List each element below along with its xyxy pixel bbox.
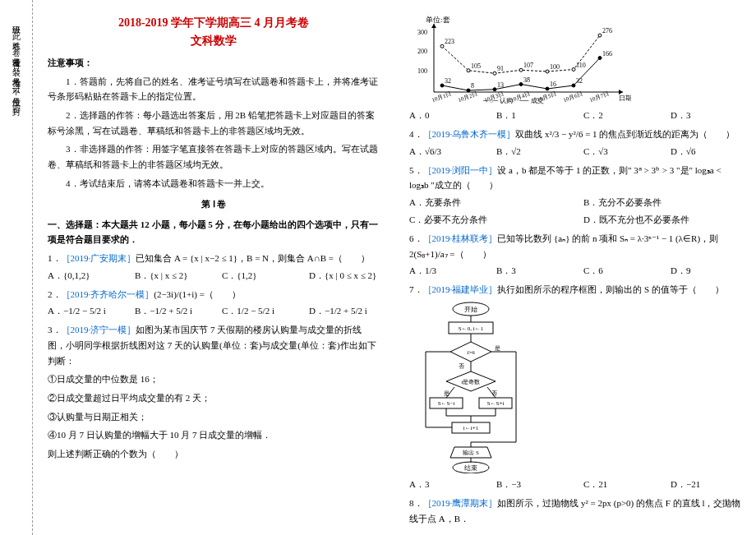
svg-point-9 xyxy=(467,69,470,72)
svg-text:276: 276 xyxy=(602,27,612,35)
svg-text:105: 105 xyxy=(471,62,481,70)
svg-text:输出 S: 输出 S xyxy=(463,450,479,456)
svg-text:是: 是 xyxy=(444,390,449,397)
q2-c: C．1/2 − 5/2 i xyxy=(222,305,293,317)
binding-margin: 班级 此 姓名 卷 准考证号 只 装 考场号 订 不 座位号 密 封 xyxy=(0,0,33,535)
svg-text:10月6日: 10月6日 xyxy=(562,90,583,104)
svg-text:结束: 结束 xyxy=(464,464,477,472)
q3-source: ［2019·济宁一模］ xyxy=(62,325,136,334)
ylabel: 单位:套 xyxy=(426,16,450,24)
notice-1: 1．答题前，先将自己的姓名、准考证号填写在试题卷和答题卡上，并将准考证号条形码粘… xyxy=(48,74,380,104)
q7-d: D．−21 xyxy=(671,478,741,491)
svg-text:开始: 开始 xyxy=(464,306,477,313)
q1-c: C．{1,2} xyxy=(222,270,293,282)
q7-source: ［2019·福建毕业］ xyxy=(423,284,498,294)
q5-options-ab: A．充要条件B．充分不必要条件 xyxy=(409,196,741,209)
q3o-b: B．1 xyxy=(496,109,567,122)
q2-options: A．−1/2 − 5/2 iB．−1/2 + 5/2 iC．1/2 − 5/2 … xyxy=(48,305,380,317)
svg-text:10月1日: 10月1日 xyxy=(431,90,452,104)
q3-s3: ③认购量与日期正相关； xyxy=(48,409,380,425)
q7-b: B．−3 xyxy=(496,478,567,491)
q4-options: A．√6/3B．√2C．√3D．√6 xyxy=(409,145,741,158)
q3o-d: D．3 xyxy=(671,109,741,122)
q3-s2: ②日成交量超过日平均成交量的有 2 天； xyxy=(48,390,380,406)
q6-source: ［2019·桂林联考］ xyxy=(423,233,498,243)
q3-s5: 则上述判断正确的个数为（ ） xyxy=(48,446,380,462)
q5-a: A．充要条件 xyxy=(409,196,567,209)
q4-d: D．√6 xyxy=(671,145,741,158)
q1-options: A．{0,1,2}B．{x | x ≤ 2}C．{1,2}D．{x | 0 ≤ … xyxy=(48,270,380,282)
page-columns: 2018-2019 学年下学期高三 4 月月考卷 文科数学 注意事项： 1．答题… xyxy=(33,0,756,535)
right-column: 单位:套 300200100 日期 2233210589113107381001… xyxy=(394,0,756,535)
mark-juan: 卷 xyxy=(11,42,22,45)
section-1-heading: 一、选择题：本大题共 12 小题，每小题 5 分，在每小题给出的四个选项中，只有… xyxy=(48,217,380,247)
svg-point-14 xyxy=(519,83,523,86)
svg-point-19 xyxy=(598,34,602,37)
q1-b: B．{x | x ≤ 2} xyxy=(135,270,205,282)
svg-point-12 xyxy=(493,88,496,91)
q2-d: D．−1/2 + 5/2 i xyxy=(309,305,380,317)
svg-text:S←0, i←1: S←0, i←1 xyxy=(459,325,484,332)
part-1-heading: 第 Ⅰ 卷 xyxy=(48,198,380,210)
q4-a: A．√6/3 xyxy=(409,145,480,158)
q8-source: ［2019·鹰潭期末］ xyxy=(423,498,498,508)
q2-source: ［2019·齐齐哈尔一模］ xyxy=(62,289,154,299)
q2-b: B．−1/2 + 5/2 i xyxy=(135,305,205,317)
q4: 4．［2019·乌鲁木齐一模］双曲线 x²/3 − y²/6 = 1 的焦点到渐… xyxy=(409,127,741,142)
q6-options: A．1/3B．3C．6D．9 xyxy=(409,265,741,277)
svg-point-18 xyxy=(572,84,575,87)
svg-point-10 xyxy=(467,89,470,92)
svg-text:100: 100 xyxy=(417,67,427,75)
svg-text:S←S−i: S←S−i xyxy=(438,400,455,407)
svg-text:8: 8 xyxy=(471,82,474,90)
notice-2: 2．选择题的作答：每小题选出答案后，用 2B 铅笔把答题卡上对应题目的答案标号涂… xyxy=(48,108,380,138)
notice-4: 4．考试结束后，请将本试题卷和答题卡一并上交。 xyxy=(48,176,380,191)
q4-source: ［2019·乌鲁木齐一模］ xyxy=(423,129,516,139)
q3-s1: ①日成交量的中位数是 16； xyxy=(48,371,380,387)
q5-d: D．既不充分也不必要条件 xyxy=(583,214,741,226)
q1-stem: 已知集合 A = {x | x−2 ≤ 1}，B = N，则集合 A∩B =（ … xyxy=(136,253,370,263)
svg-text:i←i+1: i←i+1 xyxy=(463,425,479,431)
svg-text:i>6: i>6 xyxy=(467,349,475,356)
svg-text:110: 110 xyxy=(576,62,586,69)
q6-c: C．6 xyxy=(583,265,654,277)
svg-point-17 xyxy=(572,68,575,71)
q2-stem: (2−3i)/(1+i) =（ ） xyxy=(154,289,241,299)
q3-line-chart: 单位:套 300200100 日期 2233210589113107381001… xyxy=(409,14,741,104)
mark-ci: 此 xyxy=(11,25,22,29)
svg-text:i是奇数: i是奇数 xyxy=(462,379,481,385)
svg-text:是: 是 xyxy=(495,345,500,352)
xlabel: 日期 xyxy=(619,95,631,102)
q7-c: C．21 xyxy=(583,478,654,491)
svg-text:223: 223 xyxy=(445,38,454,45)
q3-options: A．0B．1C．2D．3 xyxy=(409,109,741,122)
svg-text:─ ○─ 认购　── 成交: ─ ○─ 认购 ── 成交 xyxy=(482,97,544,104)
mark-bu: 不 xyxy=(11,81,22,85)
svg-text:91: 91 xyxy=(497,65,504,72)
q1-source: ［2019·广安期末］ xyxy=(62,253,136,263)
svg-text:10月7日: 10月7日 xyxy=(588,90,610,104)
q6-b: B．3 xyxy=(496,265,567,277)
svg-text:300: 300 xyxy=(417,29,427,36)
svg-text:10月2日: 10月2日 xyxy=(457,90,478,104)
q8: 8．［2019·鹰潭期末］如图所示，过抛物线 y² = 2px (p>0) 的焦… xyxy=(409,496,741,526)
q6-d: D．9 xyxy=(671,265,741,277)
q7-a: A．3 xyxy=(409,478,480,491)
mark-feng: 封 xyxy=(11,101,22,104)
q7-options: A．3B．−3C．21D．−21 xyxy=(409,478,741,491)
q5-b: B．充分不必要条件 xyxy=(583,196,741,209)
svg-text:13: 13 xyxy=(497,81,504,89)
notice-3: 3．非选择题的作答：用签字笔直接答在答题卡上对应的答题区域内。写在试题卷、草稿纸… xyxy=(48,141,380,172)
q7-flowchart: 开始 S←0, i←1 i>6 是否 i是奇数 是否 S←S−i S←S+i i… xyxy=(409,301,741,473)
q4-c: C．√3 xyxy=(583,145,654,158)
svg-point-8 xyxy=(440,84,444,87)
svg-point-20 xyxy=(598,57,602,60)
svg-text:32: 32 xyxy=(445,77,451,85)
left-column: 2018-2019 学年下学期高三 4 月月考卷 文科数学 注意事项： 1．答题… xyxy=(33,0,394,535)
q4-b: B．√2 xyxy=(496,145,567,158)
q1-d: D．{x | 0 ≤ x ≤ 2} xyxy=(309,270,380,282)
q7: 7．［2019·福建毕业］执行如图所示的程序框图，则输出的 S 的值等于（ ） xyxy=(409,282,741,297)
svg-text:32: 32 xyxy=(576,77,583,85)
q6-a: A．1/3 xyxy=(409,265,480,277)
q2: 2．［2019·齐齐哈尔一模］(2−3i)/(1+i) =（ ） xyxy=(48,287,380,302)
